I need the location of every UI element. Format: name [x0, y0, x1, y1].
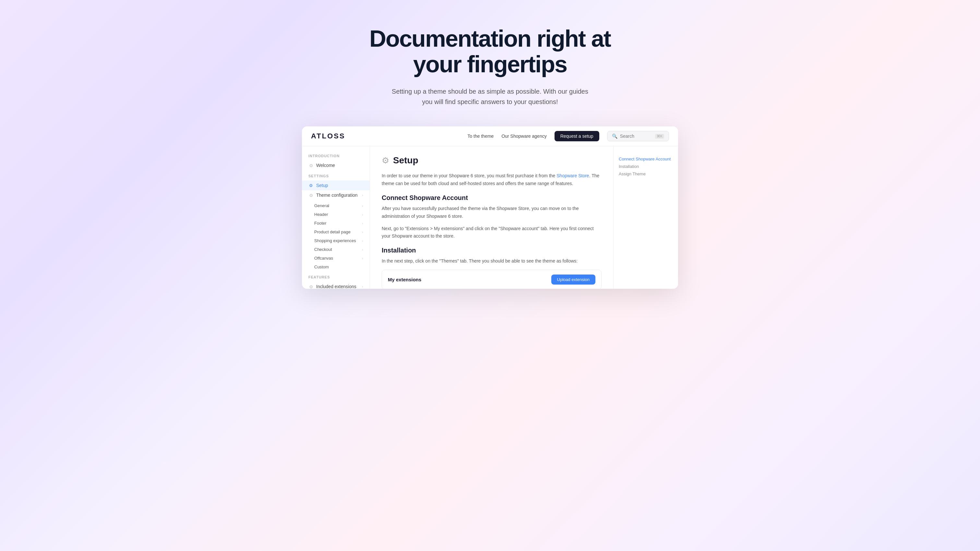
- search-kbd: ⌘K: [655, 134, 664, 139]
- pdp-chevron: ›: [362, 230, 363, 234]
- toc-item-connect[interactable]: Connect Shopware Account: [619, 155, 673, 163]
- checkout-chevron: ›: [362, 248, 363, 251]
- hero-subtitle: Setting up a theme should be as simple a…: [390, 86, 590, 107]
- search-box[interactable]: 🔍 ⌘K: [607, 131, 669, 141]
- sidebar-item-extensions[interactable]: ⊙ Included extensions ›: [302, 282, 370, 289]
- nav-link-agency[interactable]: Our Shopware agency: [501, 133, 546, 139]
- sidebar-item-welcome[interactable]: ⊙ Welcome: [302, 160, 370, 170]
- nav-links: To the theme Our Shopware agency Request…: [467, 131, 669, 141]
- sidebar-section-settings: SETTINGS: [302, 174, 370, 181]
- main-layout: INTRODUCTION ⊙ Welcome SETTINGS ⚙ Setup …: [302, 146, 678, 289]
- section2-heading: Installation: [382, 247, 601, 254]
- offcanvas-chevron: ›: [362, 256, 363, 260]
- logo: ATLOSS: [311, 132, 345, 140]
- sidebar-subitem-custom[interactable]: Custom: [302, 262, 370, 271]
- upload-extension-button[interactable]: Upload extension: [551, 275, 595, 284]
- extensions-card-header: My extensions Upload extension: [382, 270, 601, 289]
- section-intro: In order to use our theme in your Shopwa…: [382, 172, 601, 188]
- section1-para3: Next, go to "Extensions > My extensions"…: [382, 225, 601, 240]
- toc-item-installation[interactable]: Installation: [619, 163, 673, 170]
- footer-chevron: ›: [362, 221, 363, 225]
- hero-section: Documentation right at your fingertips S…: [356, 0, 624, 126]
- sidebar-subitem-shopping[interactable]: Shopping experiences ›: [302, 236, 370, 245]
- theme-config-chevron: ›: [362, 193, 363, 197]
- header-chevron: ›: [362, 213, 363, 216]
- sidebar-section-introduction: INTRODUCTION: [302, 154, 370, 160]
- sidebar-subitem-checkout[interactable]: Checkout ›: [302, 245, 370, 254]
- section-installation: Installation In the next step, click on …: [382, 247, 601, 289]
- sidebar-subitem-pdp[interactable]: Product detail page ›: [302, 227, 370, 236]
- hero-title: Documentation right at your fingertips: [369, 26, 611, 77]
- sidebar-subitem-offcanvas[interactable]: Offcanvas ›: [302, 254, 370, 262]
- extensions-chevron: ›: [362, 284, 363, 289]
- app-window: ATLOSS To the theme Our Shopware agency …: [302, 126, 678, 289]
- setup-icon: ⚙: [309, 183, 313, 188]
- extensions-card-title: My extensions: [388, 277, 421, 282]
- extensions-icon: ⊙: [309, 284, 313, 289]
- sidebar-subitem-header[interactable]: Header ›: [302, 210, 370, 219]
- toc-panel: Connect Shopware Account Installation As…: [613, 146, 678, 289]
- setup-page-icon: ⚙: [382, 156, 389, 166]
- top-nav: ATLOSS To the theme Our Shopware agency …: [302, 126, 678, 146]
- section-connect: Connect Shopware Account After you have …: [382, 194, 601, 240]
- request-setup-button[interactable]: Request a setup: [555, 131, 599, 141]
- page-title-row: ⚙ Setup: [382, 155, 601, 166]
- intro-para: In order to use our theme in your Shopwa…: [382, 172, 601, 188]
- main-content: ⚙ Setup In order to use our theme in you…: [370, 146, 613, 289]
- sidebar-subitems: General › Header › Footer › Product deta…: [302, 201, 370, 271]
- page-title: Setup: [393, 155, 418, 166]
- nav-link-theme[interactable]: To the theme: [467, 133, 493, 139]
- section2-para1: In the next step, click on the "Themes" …: [382, 257, 601, 265]
- shopping-chevron: ›: [362, 239, 363, 243]
- section1-para2: After you have successfully purchased th…: [382, 205, 601, 221]
- extensions-card: My extensions Upload extension: [382, 270, 601, 289]
- toc-item-assign[interactable]: Assign Theme: [619, 170, 673, 178]
- section1-heading: Connect Shopware Account: [382, 194, 601, 202]
- general-chevron: ›: [362, 204, 363, 208]
- search-input[interactable]: [620, 133, 652, 139]
- sidebar: INTRODUCTION ⊙ Welcome SETTINGS ⚙ Setup …: [302, 146, 370, 289]
- sidebar-item-theme-config[interactable]: ⊙ Theme configuration ›: [302, 190, 370, 200]
- welcome-icon: ⊙: [309, 163, 313, 168]
- sidebar-item-setup[interactable]: ⚙ Setup: [302, 181, 370, 190]
- search-icon: 🔍: [612, 133, 617, 139]
- shopware-store-link[interactable]: Shopware Store: [557, 173, 589, 178]
- theme-config-icon: ⊙: [309, 192, 313, 198]
- sidebar-section-features: FEATURES: [302, 275, 370, 282]
- sidebar-subitem-general[interactable]: General ›: [302, 201, 370, 210]
- sidebar-subitem-footer[interactable]: Footer ›: [302, 219, 370, 227]
